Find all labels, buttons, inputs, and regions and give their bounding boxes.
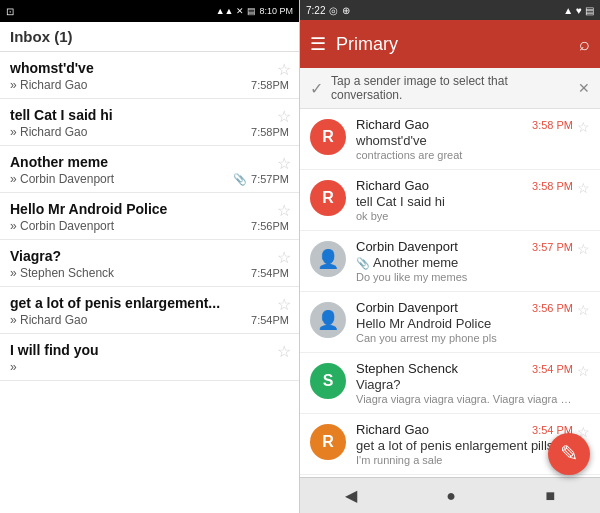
right-email-time: 3:58 PM (532, 180, 573, 192)
star-icon[interactable]: ☆ (577, 180, 590, 196)
left-email-subject: Another meme (10, 154, 289, 170)
left-email-meta: Corbin Davenport 7:56PM (10, 219, 289, 233)
left-email-item[interactable]: tell Cat I said hi Richard Gao 7:58PM ☆ (0, 99, 299, 146)
right-battery-icon: ▤ (585, 5, 594, 16)
star-icon[interactable]: ☆ (277, 60, 291, 79)
right-email-item[interactable]: S Stephen Schenck I will find you You th… (300, 475, 600, 477)
right-email-subject: get a lot of penis enlargement pills (356, 438, 573, 453)
notification-text: Tap a sender image to select that conver… (331, 74, 570, 102)
left-email-item[interactable]: whomst'd've Richard Gao 7:58PM ☆ (0, 52, 299, 99)
right-sender-name: Richard Gao (356, 117, 429, 132)
close-icon[interactable]: ✕ (578, 80, 590, 96)
right-email-preview: contractions are great (356, 149, 573, 161)
star-icon[interactable]: ☆ (277, 295, 291, 314)
compose-fab-button[interactable]: ✎ (548, 433, 590, 475)
right-email-item[interactable]: 👤 Corbin Davenport 3:56 PM Hello Mr Andr… (300, 292, 600, 353)
right-email-content: Richard Gao 3:58 PM whomst'd've contract… (356, 117, 573, 161)
right-email-time: 3:58 PM (532, 119, 573, 131)
left-email-subject: I will find you (10, 342, 289, 358)
star-icon[interactable]: ☆ (277, 201, 291, 220)
signal-icon: ▲▲ (216, 6, 234, 16)
right-email-item[interactable]: S Stephen Schenck 3:54 PM Viagra? Viagra… (300, 353, 600, 414)
right-email-subject: Hello Mr Android Police (356, 316, 573, 331)
sender-avatar[interactable]: 👤 (310, 302, 346, 338)
right-email-subject: Viagra? (356, 377, 573, 392)
left-email-sender: Richard Gao (10, 313, 87, 327)
battery-icon: ▤ (247, 6, 256, 16)
sender-avatar[interactable]: S (310, 363, 346, 399)
search-icon[interactable]: ⌕ (579, 34, 590, 55)
sender-avatar[interactable]: R (310, 180, 346, 216)
left-email-item[interactable]: get a lot of penis enlargement... Richar… (0, 287, 299, 334)
menu-icon[interactable]: ☰ (310, 33, 326, 55)
left-email-meta: Stephen Schenck 7:54PM (10, 266, 289, 280)
left-email-time: 7:58PM (251, 79, 289, 91)
left-email-time: 7:56PM (251, 220, 289, 232)
star-icon[interactable]: ☆ (577, 302, 590, 318)
right-email-header: Corbin Davenport 3:56 PM (356, 300, 573, 315)
right-email-header: Richard Gao 3:58 PM (356, 178, 573, 193)
right-email-list: R Richard Gao 3:58 PM whomst'd've contra… (300, 109, 600, 477)
right-email-content: Richard Gao 3:58 PM tell Cat I said hi o… (356, 178, 573, 222)
left-email-item[interactable]: I will find you ☆ (0, 334, 299, 381)
back-button[interactable]: ◀ (345, 486, 357, 505)
star-icon[interactable]: ☆ (277, 154, 291, 173)
attachment-icon: 📎 (233, 173, 247, 186)
left-usb-icon: ⊡ (6, 6, 14, 17)
left-email-sender: Corbin Davenport (10, 172, 114, 186)
star-icon[interactable]: ☆ (577, 241, 590, 257)
left-email-time: 7:57PM (251, 173, 289, 185)
right-email-content: Richard Gao 3:54 PM get a lot of penis e… (356, 422, 573, 466)
right-email-item[interactable]: R Richard Gao 3:58 PM tell Cat I said hi… (300, 170, 600, 231)
toolbar-title: Primary (336, 34, 569, 55)
right-pin-icon: ⊕ (342, 5, 350, 16)
left-email-meta: Richard Gao 7:58PM (10, 125, 289, 139)
right-email-time: 3:57 PM (532, 241, 573, 253)
star-icon[interactable]: ☆ (277, 107, 291, 126)
right-sender-name: Richard Gao (356, 178, 429, 193)
left-email-sender: Richard Gao (10, 78, 87, 92)
sender-avatar[interactable]: 👤 (310, 241, 346, 277)
recents-button[interactable]: ■ (546, 487, 556, 505)
left-email-list: whomst'd've Richard Gao 7:58PM ☆ tell Ca… (0, 52, 299, 513)
left-inbox-header: Inbox (1) (0, 22, 299, 52)
right-sender-name: Stephen Schenck (356, 361, 458, 376)
right-email-preview: ok bye (356, 210, 573, 222)
bottom-navigation: ◀ ● ■ (300, 477, 600, 513)
left-email-meta: Richard Gao 7:58PM (10, 78, 289, 92)
left-email-meta (10, 360, 289, 374)
right-email-item[interactable]: 👤 Corbin Davenport 3:57 PM 📎Another meme… (300, 231, 600, 292)
left-email-sender: Corbin Davenport (10, 219, 114, 233)
right-email-time: 3:56 PM (532, 302, 573, 314)
right-email-list-wrapper: R Richard Gao 3:58 PM whomst'd've contra… (300, 109, 600, 513)
left-status-bar: ⊡ ▲▲ ✕ ▤ 8:10 PM (0, 0, 299, 22)
left-email-time: 7:54PM (251, 267, 289, 279)
attachment-icon: 📎 (356, 257, 370, 269)
right-email-content: Corbin Davenport 3:56 PM Hello Mr Androi… (356, 300, 573, 344)
left-email-sender (10, 360, 17, 374)
left-email-subject: get a lot of penis enlargement... (10, 295, 289, 311)
right-heart-icon: ♥ (576, 5, 582, 16)
right-email-header: Corbin Davenport 3:57 PM (356, 239, 573, 254)
left-email-item[interactable]: Viagra? Stephen Schenck 7:54PM ☆ (0, 240, 299, 287)
right-email-item[interactable]: R Richard Gao 3:58 PM whomst'd've contra… (300, 109, 600, 170)
wifi-icon: ✕ (236, 6, 244, 16)
right-email-content: Corbin Davenport 3:57 PM 📎Another meme D… (356, 239, 573, 283)
home-button[interactable]: ● (446, 487, 456, 505)
left-email-item[interactable]: Another meme Corbin Davenport 📎 7:57PM ☆ (0, 146, 299, 193)
star-icon[interactable]: ☆ (577, 119, 590, 135)
sender-avatar[interactable]: R (310, 119, 346, 155)
right-toolbar: ☰ Primary ⌕ (300, 20, 600, 68)
star-icon[interactable]: ☆ (577, 363, 590, 379)
left-email-sender: Richard Gao (10, 125, 87, 139)
left-email-subject: whomst'd've (10, 60, 289, 76)
left-email-item[interactable]: Hello Mr Android Police Corbin Davenport… (0, 193, 299, 240)
right-email-time: 3:54 PM (532, 363, 573, 375)
right-email-header: Richard Gao 3:58 PM (356, 117, 573, 132)
right-email-subject: 📎Another meme (356, 255, 573, 270)
status-time: 8:10 PM (259, 6, 293, 16)
star-icon[interactable]: ☆ (277, 248, 291, 267)
sender-avatar[interactable]: R (310, 424, 346, 460)
left-status-icons: ▲▲ ✕ ▤ 8:10 PM (216, 6, 293, 16)
star-icon[interactable]: ☆ (277, 342, 291, 361)
